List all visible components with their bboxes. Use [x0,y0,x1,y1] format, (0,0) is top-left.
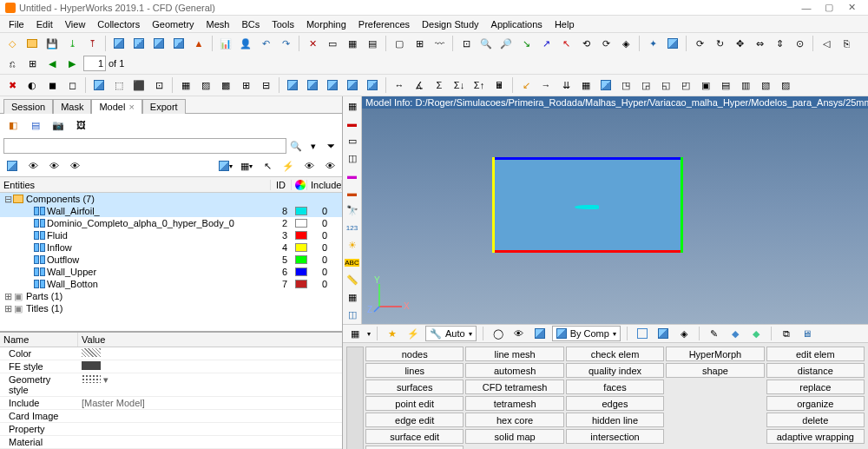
page-copy-icon[interactable]: ⎘ [838,35,855,52]
vt-wire-icon[interactable]: ▭ [345,133,360,149]
capture2-icon[interactable]: 🖼 [71,116,90,135]
vt-grid-icon[interactable]: ▦ [345,289,360,305]
prop-value[interactable]: [Master Model] [78,397,342,409]
bc-3-icon[interactable]: ◱ [657,76,674,94]
prop-value[interactable] [78,347,342,360]
menu-bcs[interactable]: BCs [236,17,265,31]
mask-none-icon[interactable]: ✖ [3,76,21,94]
panel-surfaces[interactable]: surfaces [365,380,464,394]
sum-icon[interactable]: Σ [431,76,448,94]
zoom-fit-icon[interactable]: ⊡ [457,35,475,52]
center-icon[interactable]: ⊙ [791,35,808,52]
panel-line-mesh[interactable]: line mesh [465,347,563,361]
prop-header-name[interactable]: Name [0,333,78,347]
axis-yz-icon[interactable]: ↗ [537,35,555,52]
vb-monitor-icon[interactable]: 🖥 [799,325,816,342]
prop-value[interactable]: ▾ [78,373,342,396]
menu-collectors[interactable]: Collectors [92,17,145,31]
capture-icon[interactable]: 📷 [49,116,68,135]
tree-twisty-icon[interactable]: ⊞ [3,303,12,314]
disp-eye2-icon[interactable]: 👁 [45,157,62,175]
sum2-icon[interactable]: Σ↓ [450,76,468,94]
page-prev-icon[interactable]: ◀ [43,55,61,72]
panel-quality-index[interactable]: quality index [566,363,664,378]
panel-intersection[interactable]: intersection [566,429,664,444]
geom4-icon[interactable]: ⊡ [150,76,168,94]
axis-iso-icon[interactable]: ◈ [617,35,635,52]
prop-row-geometry-style[interactable]: Geometry style ▾ [0,373,342,397]
window-icon[interactable]: ▢ [391,35,408,52]
bc-5-icon[interactable]: ▣ [697,76,714,94]
tab-mask[interactable]: Mask [53,99,91,114]
material-icon[interactable] [150,35,168,52]
tree-item-3[interactable]: Inflow40 [0,241,342,254]
panel-adaptive-wrapping[interactable]: adaptive wrapping [766,429,865,444]
vt-sun-icon[interactable]: ☀ [345,237,360,253]
calc-icon[interactable]: 🖩 [490,76,508,94]
menu-geometry[interactable]: Geometry [147,17,199,31]
bc-load-icon[interactable]: ⇊ [557,76,575,94]
spin-icon[interactable]: ↻ [711,35,728,52]
vb-bolt-icon[interactable]: ⚡ [404,325,422,342]
prop-row-include[interactable]: Include[Master Model] [0,397,342,410]
search-icon[interactable]: 🔍 [288,138,304,154]
panel-edit-elem[interactable]: edit elem [766,347,865,361]
menu-preferences[interactable]: Preferences [353,17,415,31]
menu-tools[interactable]: Tools [266,17,299,31]
panel-hex-core[interactable]: hex core [465,413,563,427]
window2-icon[interactable]: ⊞ [411,35,428,52]
vb-star-icon[interactable]: ★ [384,325,401,342]
axis-r2-icon[interactable]: ⟳ [597,35,615,52]
mask-reverse-icon[interactable]: ◐ [23,76,41,94]
tree-item-0[interactable]: Wall_Airfoil_80 [0,205,342,217]
scale-icon[interactable]: ⇕ [771,35,788,52]
menu-mesh[interactable]: Mesh [201,17,235,31]
quick-icon[interactable]: ⚡ [279,157,297,175]
panel-delete[interactable]: delete [766,413,865,427]
eye-toggle2-icon[interactable]: 👁 [321,157,339,175]
bc-disp-icon[interactable]: → [537,76,555,94]
vb-mesh-icon[interactable]: ▦ [346,325,364,342]
vb-hex2-icon[interactable]: ◆ [747,325,765,342]
menu-file[interactable]: File [3,17,30,31]
vt-shade-icon[interactable]: ▬ [345,116,360,131]
dist-icon[interactable]: ↔ [391,76,408,94]
bc-7-icon[interactable]: ▥ [737,76,754,94]
new-icon[interactable]: ◇ [3,35,21,52]
tree-group-1[interactable]: ⊞▣Titles (1) [0,302,342,314]
panel-hidden-line[interactable]: hidden line [566,413,664,427]
property-icon[interactable] [170,35,187,52]
pan-icon[interactable]: ✥ [731,35,748,52]
panel-automesh[interactable]: automesh [465,363,563,378]
report-icon[interactable]: ▤ [26,116,45,135]
vb-eye-icon[interactable]: 👁 [510,325,528,342]
open-icon[interactable] [23,35,41,52]
prop-header-value[interactable]: Value [78,333,108,347]
organize-icon[interactable]: ▦ [344,35,361,52]
card-icon[interactable]: ▭ [324,35,341,52]
model-tree[interactable]: ⊟Components (7)Wall_Airfoil_80Dominio_Co… [0,193,342,331]
solid2-icon[interactable] [304,76,321,94]
loadcol-icon[interactable]: ▲ [190,35,207,52]
tree-twisty-icon[interactable]: ⊟ [3,194,12,205]
panel-edges[interactable]: edges [566,396,664,411]
mesh3-icon[interactable]: ▩ [217,76,234,94]
results-icon[interactable]: ◧ [3,116,23,135]
bc-solid-icon[interactable] [597,76,615,94]
mesh5-icon[interactable]: ⊟ [257,76,274,94]
panel-solid-map[interactable]: solid map [465,429,563,444]
vb-wire-icon[interactable] [634,325,651,342]
panel-surface-edit[interactable]: surface edit [365,429,464,444]
prop-value[interactable] [78,360,342,373]
export-icon[interactable]: ⤒ [83,35,101,52]
entity-mesh-icon[interactable]: ▦▾ [238,157,255,175]
sum3-icon[interactable]: Σ↑ [470,76,488,94]
panel-point-edit[interactable]: point edit [365,396,464,411]
panel-shape[interactable]: shape [666,363,764,378]
panel-nodes[interactable]: nodes [365,347,464,361]
vb-hex-icon[interactable]: ◆ [727,325,744,342]
maximize-button[interactable]: ▢ [818,1,840,15]
vb-compare-icon[interactable]: ⧉ [778,325,795,342]
vt-scale-icon[interactable]: 📏 [345,272,360,287]
user-icon[interactable]: 👤 [237,35,254,52]
